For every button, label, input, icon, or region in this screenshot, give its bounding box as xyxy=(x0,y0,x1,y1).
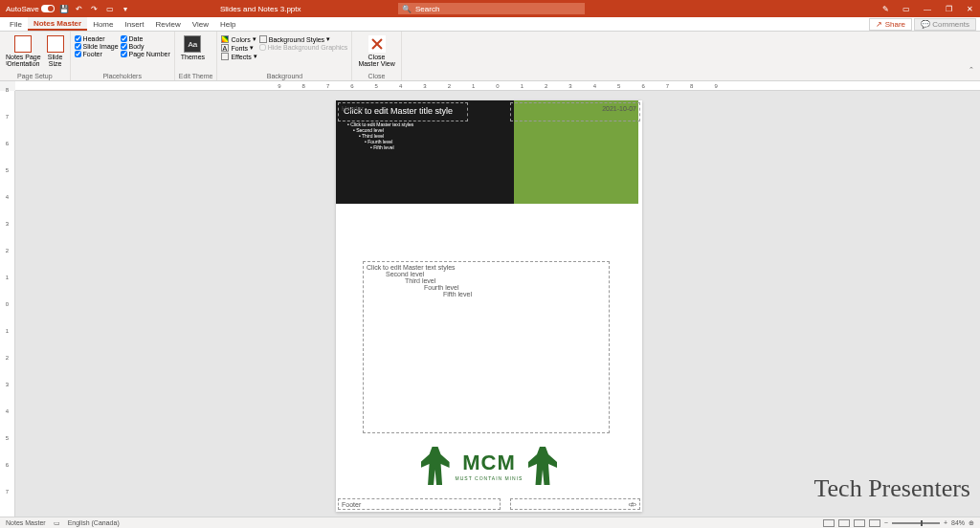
autosave-toggle[interactable]: AutoSave xyxy=(6,5,55,13)
slide-size-button[interactable]: Slide Size xyxy=(45,33,66,69)
logo-subtitle: MUST CONTAIN MINIS xyxy=(456,475,523,481)
status-language[interactable]: English (Canada) xyxy=(68,519,120,527)
tab-notes-master[interactable]: Notes Master xyxy=(28,17,87,31)
check-date[interactable]: Date xyxy=(121,35,170,42)
zoom-out-button[interactable]: − xyxy=(884,519,888,526)
zoom-in-button[interactable]: + xyxy=(944,519,947,526)
sorter-view-button[interactable] xyxy=(838,519,850,527)
bg-styles-icon xyxy=(259,35,267,43)
logo-mcm: MCM xyxy=(456,451,523,475)
group-label: Page Setup xyxy=(4,72,66,80)
tab-home[interactable]: Home xyxy=(87,17,119,31)
autosave-label: AutoSave xyxy=(6,5,39,13)
background-styles-button[interactable]: Background Styles ▾ xyxy=(259,35,348,43)
themes-button[interactable]: Aa Themes xyxy=(179,33,207,62)
save-icon[interactable]: 💾 xyxy=(58,3,70,14)
header-placeholder[interactable]: Header xyxy=(338,102,468,121)
footer-placeholder[interactable]: Footer xyxy=(338,498,501,510)
notes-master-page[interactable]: Header 2021-10-07 Click to edit Master t… xyxy=(336,100,642,512)
tab-insert[interactable]: Insert xyxy=(119,17,149,31)
minimize-icon[interactable]: — xyxy=(917,0,938,17)
toggle-icon xyxy=(41,5,55,12)
fit-window-button[interactable]: ⊕ xyxy=(969,519,974,527)
themes-icon: Aa xyxy=(184,35,201,53)
zoom-level[interactable]: 84% xyxy=(951,519,965,526)
check-page-number[interactable]: Page Number xyxy=(121,51,170,57)
group-placeholders: Header Slide Image Footer Date Body Page… xyxy=(71,32,175,80)
tab-view[interactable]: View xyxy=(187,17,214,31)
search-icon: 🔍 xyxy=(402,5,412,13)
group-edit-theme: Aa Themes Edit Theme xyxy=(175,32,218,80)
qat-dropdown-icon[interactable]: ▾ xyxy=(120,3,131,14)
tab-file[interactable]: File xyxy=(4,17,28,31)
colors-icon xyxy=(221,35,229,43)
ribbon-tabs: File Notes Master Home Insert Review Vie… xyxy=(0,17,980,32)
notes-body-placeholder[interactable]: Click to edit Master text styles Second … xyxy=(363,261,610,433)
search-input[interactable] xyxy=(415,5,581,13)
search-box[interactable]: 🔍 xyxy=(398,3,585,14)
touch-mode-icon[interactable]: ▭ xyxy=(104,3,116,14)
redo-icon[interactable]: ↷ xyxy=(89,3,100,14)
zoom-slider[interactable] xyxy=(892,522,940,524)
notes-page-orientation-button[interactable]: Notes Page Orientation xyxy=(4,33,43,69)
undo-icon[interactable]: ↶ xyxy=(74,3,85,14)
normal-view-button[interactable] xyxy=(823,519,835,527)
effects-button[interactable]: Effects ▾ xyxy=(221,53,256,60)
date-placeholder[interactable]: 2021-10-07 xyxy=(510,102,640,121)
close-icon xyxy=(368,35,386,53)
fonts-button[interactable]: AFonts ▾ xyxy=(221,44,256,52)
slide-body: • Click to edit Master text styles • Sec… xyxy=(344,121,506,150)
group-label: Placeholders xyxy=(75,72,170,80)
status-bar: Notes Master ▭ English (Canada) − + 84% … xyxy=(0,517,980,528)
close-master-view-button[interactable]: Close Master View xyxy=(356,33,396,69)
tab-review[interactable]: Review xyxy=(150,17,187,31)
horizontal-ruler: 9876543210123456789 xyxy=(15,81,980,91)
soldier-left-icon xyxy=(421,447,450,485)
group-page-setup: Notes Page Orientation Slide Size Page S… xyxy=(0,32,71,80)
collapse-ribbon-icon[interactable]: ⌃ xyxy=(969,66,974,74)
slideshow-button[interactable] xyxy=(869,519,880,527)
watermark: Tech Presenters xyxy=(813,474,970,503)
slide-size-icon xyxy=(47,35,64,53)
restore-icon[interactable]: ❐ xyxy=(938,0,959,17)
editing-canvas[interactable]: Header 2021-10-07 Click to edit Master t… xyxy=(15,91,980,517)
vertical-ruler: 9876543210123456789 xyxy=(0,91,15,517)
check-footer[interactable]: Footer xyxy=(75,51,119,57)
page-number-placeholder[interactable]: ‹#› xyxy=(510,498,640,510)
simplify-ribbon-icon[interactable]: ✎ xyxy=(875,0,896,17)
check-body[interactable]: Body xyxy=(121,43,170,50)
group-label: Close xyxy=(356,72,396,80)
logo-image: MCM MUST CONTAIN MINIS xyxy=(393,447,585,485)
hide-background-graphics[interactable]: Hide Background Graphics xyxy=(259,44,348,51)
ribbon: Notes Page Orientation Slide Size Page S… xyxy=(0,32,980,81)
orientation-icon xyxy=(14,35,32,53)
colors-button[interactable]: Colors ▾ xyxy=(221,35,256,43)
document-title: Slides and Notes 3.pptx xyxy=(220,5,301,13)
reading-view-button[interactable] xyxy=(854,519,865,527)
soldier-right-icon xyxy=(528,447,557,485)
group-label: Background xyxy=(221,72,347,80)
group-close: Close Master View Close xyxy=(352,32,401,80)
share-button[interactable]: ↗ Share xyxy=(869,18,912,31)
check-slide-image[interactable]: Slide Image xyxy=(75,43,119,50)
title-bar: AutoSave 💾 ↶ ↷ ▭ ▾ Slides and Notes 3.pp… xyxy=(0,0,980,17)
ribbon-display-icon[interactable]: ▭ xyxy=(896,0,917,17)
tab-help[interactable]: Help xyxy=(214,17,241,31)
check-header[interactable]: Header xyxy=(75,35,119,42)
close-window-icon[interactable]: ✕ xyxy=(959,0,980,17)
group-label: Edit Theme xyxy=(179,72,213,80)
effects-icon xyxy=(221,53,229,60)
comments-button[interactable]: 💬 Comments xyxy=(914,18,976,31)
fonts-icon: A xyxy=(221,44,229,52)
status-mode: Notes Master xyxy=(6,519,46,527)
group-background: Colors ▾ AFonts ▾ Effects ▾ Background S… xyxy=(217,32,352,80)
accessibility-icon[interactable]: ▭ xyxy=(54,519,60,527)
